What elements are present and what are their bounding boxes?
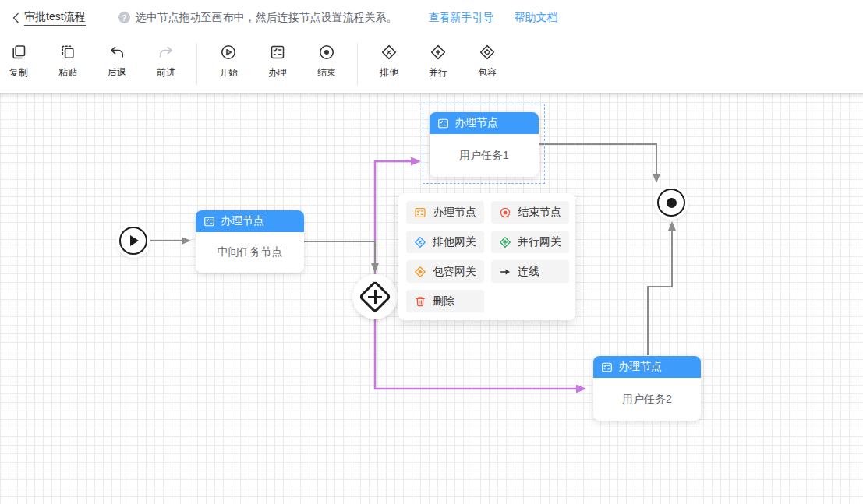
menu-item-label: 结束节点 bbox=[518, 206, 561, 220]
tool-start-event[interactable]: 开始 bbox=[210, 43, 247, 79]
inclusive-gateway-icon bbox=[414, 266, 426, 278]
menu-item-label: 排他网关 bbox=[433, 235, 476, 249]
toolbar-divider bbox=[196, 43, 197, 85]
toolbar-divider bbox=[357, 43, 358, 85]
tool-redo[interactable]: 前进 bbox=[147, 43, 185, 79]
task-icon bbox=[414, 206, 426, 219]
menu-item-label: 包容网关 bbox=[433, 265, 476, 279]
page-title: 审批test流程 bbox=[24, 10, 86, 26]
gateway-plus-icon bbox=[368, 296, 382, 298]
node-header: 办理节点 bbox=[593, 356, 701, 378]
copy-icon bbox=[9, 43, 28, 62]
menu-item-task-node[interactable]: 办理节点 bbox=[406, 201, 484, 224]
tool-exclusive-gateway[interactable]: 排他 bbox=[370, 43, 408, 79]
tool-label: 前进 bbox=[157, 66, 175, 79]
parallel-gateway-icon bbox=[499, 236, 511, 248]
menu-item-connector[interactable]: 连线 bbox=[491, 260, 569, 283]
edge-gateway-to-user-task-2[interactable] bbox=[375, 308, 585, 389]
menu-item-delete[interactable]: 删除 bbox=[406, 290, 484, 312]
menu-item-parallel-gateway[interactable]: 并行网关 bbox=[491, 231, 569, 253]
flow-canvas[interactable]: 办理节点 中间任务节点 办理节点 用户任务1 办理节点 用户任务2 bbox=[0, 93, 863, 504]
connector-arrow-icon bbox=[499, 266, 511, 278]
node-type-label: 办理节点 bbox=[454, 116, 498, 130]
redo-icon bbox=[157, 43, 175, 62]
node-type-label: 办理节点 bbox=[221, 214, 264, 228]
top-header: 审批test流程 ? 选中节点拖动至画布中，然后连接节点设置流程关系。 查看新手… bbox=[0, 0, 863, 35]
menu-item-label: 删除 bbox=[433, 294, 454, 308]
help-icon: ? bbox=[118, 12, 130, 23]
start-event-node[interactable] bbox=[119, 227, 147, 255]
tool-label: 后退 bbox=[108, 66, 126, 79]
tool-copy[interactable]: 复制 bbox=[0, 43, 37, 79]
menu-item-end-node[interactable]: 结束节点 bbox=[491, 201, 569, 224]
node-header: 办理节点 bbox=[196, 210, 304, 232]
tool-inclusive-gateway[interactable]: 包容 bbox=[469, 43, 506, 79]
menu-item-inclusive-gateway[interactable]: 包容网关 bbox=[406, 260, 484, 283]
end-event-icon bbox=[317, 43, 336, 62]
tool-label: 复制 bbox=[9, 66, 28, 79]
trash-icon bbox=[414, 295, 426, 308]
back-chevron-icon bbox=[12, 12, 19, 23]
link-new-user-guide[interactable]: 查看新手引导 bbox=[429, 11, 494, 25]
tool-label: 包容 bbox=[478, 66, 497, 79]
link-help-docs[interactable]: 帮助文档 bbox=[515, 11, 558, 25]
task-node-user-task-1[interactable]: 办理节点 用户任务1 bbox=[430, 112, 539, 177]
task-icon bbox=[437, 118, 449, 129]
tool-label: 办理 bbox=[268, 66, 287, 79]
undo-icon bbox=[108, 43, 126, 62]
tool-paste[interactable]: 粘贴 bbox=[49, 43, 87, 79]
exclusive-gateway-icon bbox=[414, 236, 426, 248]
menu-item-label: 办理节点 bbox=[433, 206, 476, 220]
start-event-icon bbox=[219, 43, 238, 62]
node-type-label: 办理节点 bbox=[618, 360, 662, 374]
end-event-icon bbox=[499, 206, 511, 219]
back-button[interactable]: 审批test流程 bbox=[12, 10, 86, 26]
tool-label: 粘贴 bbox=[58, 66, 77, 79]
task-icon bbox=[203, 216, 215, 227]
tool-label: 并行 bbox=[429, 66, 447, 79]
node-header: 办理节点 bbox=[430, 112, 539, 134]
inclusive-gateway-icon bbox=[478, 43, 497, 62]
tool-task-node[interactable]: 办理 bbox=[259, 43, 296, 79]
tool-parallel-gateway[interactable]: 并行 bbox=[419, 43, 457, 79]
play-icon bbox=[130, 235, 139, 246]
node-name-label: 用户任务2 bbox=[593, 378, 701, 421]
tool-label: 结束 bbox=[317, 66, 336, 79]
parallel-gateway-node[interactable] bbox=[354, 276, 396, 318]
edge-user-task-1-to-end[interactable] bbox=[539, 144, 656, 182]
parallel-gateway-icon bbox=[429, 43, 447, 62]
hint-text: 选中节点拖动至画布中，然后连接节点设置流程关系。 bbox=[136, 11, 398, 25]
tool-label: 开始 bbox=[219, 66, 238, 79]
tool-end-event[interactable]: 结束 bbox=[308, 43, 345, 79]
menu-item-exclusive-gateway[interactable]: 排他网关 bbox=[406, 231, 484, 253]
end-dot-icon bbox=[667, 198, 677, 208]
edge-middle-task-to-gateway[interactable] bbox=[304, 241, 375, 271]
end-event-node[interactable] bbox=[657, 189, 685, 217]
task-icon bbox=[601, 361, 613, 373]
task-node-middle[interactable]: 办理节点 中间任务节点 bbox=[196, 210, 304, 273]
task-node-user-task-2[interactable]: 办理节点 用户任务2 bbox=[593, 356, 701, 421]
exclusive-gateway-icon bbox=[380, 43, 398, 62]
node-name-label: 用户任务1 bbox=[430, 134, 539, 177]
paste-icon bbox=[58, 43, 77, 62]
edge-user-task-2-to-end[interactable] bbox=[648, 223, 672, 355]
toolbar: 复制 粘贴 后退 前进 开始 办理 结束 排他 bbox=[0, 35, 863, 93]
node-context-menu: 办理节点 结束节点 排他网关 并行网关 包容网关 连线 bbox=[398, 193, 575, 320]
task-icon bbox=[268, 43, 287, 62]
hint-bar: ? 选中节点拖动至画布中，然后连接节点设置流程关系。 bbox=[118, 11, 398, 25]
tool-label: 排他 bbox=[380, 66, 398, 79]
menu-item-label: 并行网关 bbox=[518, 235, 561, 249]
menu-item-label: 连线 bbox=[518, 265, 539, 279]
tool-undo[interactable]: 后退 bbox=[98, 43, 136, 79]
node-name-label: 中间任务节点 bbox=[196, 232, 304, 273]
